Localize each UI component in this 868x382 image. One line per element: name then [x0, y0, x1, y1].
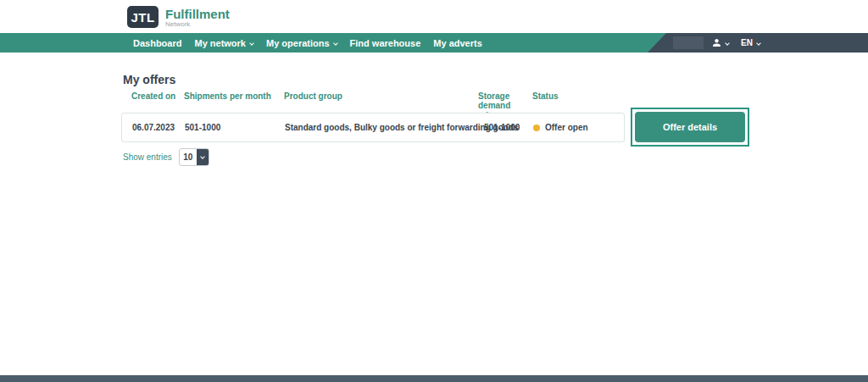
- chevron-down-icon: [197, 149, 209, 165]
- footer-bar: [0, 375, 868, 382]
- col-header-created-on: Created on: [131, 91, 175, 101]
- brand-name: Fulfillment: [165, 8, 230, 20]
- language-selector[interactable]: EN: [741, 38, 760, 47]
- show-entries-control: Show entries 10: [123, 148, 209, 166]
- table-row: 06.07.2023 501-1000 Standard goods, Bulk…: [121, 113, 625, 142]
- brand-subtitle: Network: [165, 21, 230, 28]
- offers-table-header: Created on Shipments per month Product g…: [121, 91, 625, 112]
- nav-item-my-adverts[interactable]: My adverts: [433, 38, 481, 48]
- nav-item-my-operations[interactable]: My operations: [266, 38, 337, 48]
- language-label: EN: [741, 38, 753, 47]
- nav-user-area: EN: [648, 33, 868, 53]
- cell-storage-demand: 501-1000: [484, 113, 520, 141]
- brand-logo-text: Fulfillment Network: [165, 6, 230, 28]
- username-redacted: [673, 36, 704, 49]
- brand-logo[interactable]: JTL Fulfillment Network: [127, 6, 230, 28]
- entries-per-page-select[interactable]: 10: [179, 148, 209, 166]
- cell-shipments: 501-1000: [185, 113, 220, 141]
- col-header-shipments: Shipments per month: [184, 91, 271, 101]
- chevron-down-icon: [333, 41, 338, 46]
- jtl-logo-icon: JTL: [127, 6, 159, 28]
- nav-menu: Dashboard My network My operations Find …: [133, 33, 495, 53]
- chevron-down-icon: [725, 41, 730, 46]
- cell-status: Offer open: [533, 113, 588, 141]
- status-label: Offer open: [545, 113, 588, 141]
- app-header: JTL Fulfillment Network: [0, 0, 868, 33]
- nav-item-my-operations-label: My operations: [266, 38, 330, 48]
- col-header-product-group: Product group: [284, 91, 342, 101]
- user-menu[interactable]: [712, 38, 729, 47]
- status-open-dot-icon: [533, 125, 540, 131]
- cell-created-on: 06.07.2023: [132, 113, 175, 141]
- nav-item-my-network[interactable]: My network: [194, 38, 253, 48]
- page-title: My offers: [123, 73, 175, 86]
- nav-item-dashboard[interactable]: Dashboard: [133, 38, 181, 48]
- nav-item-find-warehouse[interactable]: Find warehouse: [350, 38, 421, 48]
- nav-item-my-network-label: My network: [194, 38, 246, 48]
- entries-per-page-value: 10: [180, 149, 197, 165]
- offer-details-button[interactable]: Offer details: [635, 112, 745, 142]
- user-icon: [712, 38, 721, 47]
- main-navbar: Dashboard My network My operations Find …: [0, 33, 868, 53]
- show-entries-label: Show entries: [123, 152, 172, 162]
- chevron-down-icon: [756, 41, 761, 46]
- chevron-down-icon: [249, 41, 254, 46]
- col-header-status: Status: [532, 91, 559, 101]
